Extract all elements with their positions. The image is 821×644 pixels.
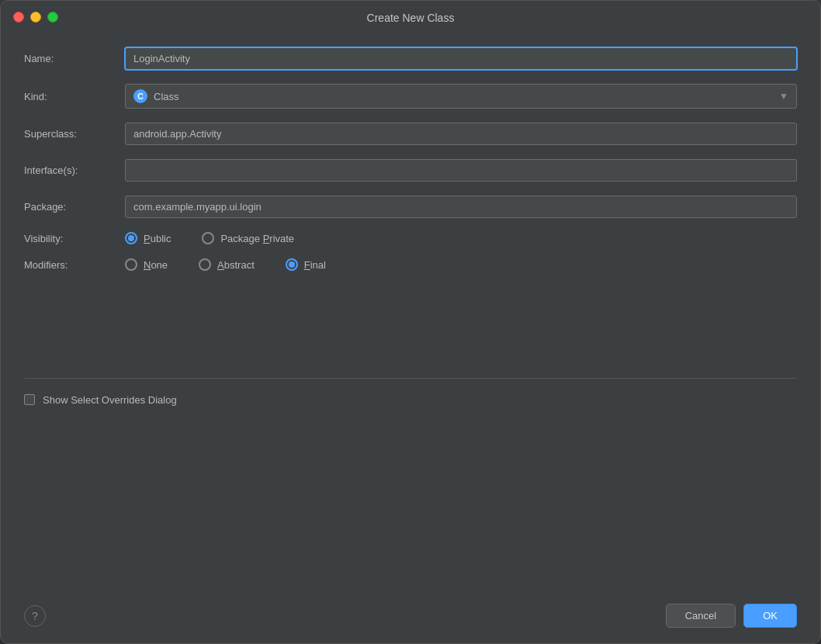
visibility-public-radio[interactable] (125, 232, 137, 244)
kind-value-text: Class (154, 91, 179, 102)
dialog-title: Create New Class (367, 12, 455, 24)
kind-label: Kind: (24, 91, 125, 102)
class-kind-icon: C (133, 89, 147, 103)
modifiers-label: Modifiers: (24, 259, 125, 271)
name-input[interactable] (125, 47, 797, 70)
footer: ? Cancel OK (1, 591, 820, 643)
modifier-abstract-label: Abstract (217, 259, 255, 271)
show-overrides-checkbox[interactable] (24, 394, 35, 405)
superclass-row: Superclass: (24, 123, 797, 145)
minimize-button[interactable] (30, 12, 41, 23)
traffic-lights (13, 12, 58, 23)
interfaces-label: Interface(s): (24, 164, 125, 176)
visibility-package-private-option[interactable]: Package Private (202, 232, 294, 244)
name-row: Name: (24, 47, 797, 70)
show-overrides-label: Show Select Overrides Dialog (43, 394, 177, 406)
dialog-content: Name: Kind: C Class ▼ Superclass: (1, 32, 820, 591)
superclass-label: Superclass: (24, 128, 125, 140)
visibility-package-private-label: Package Private (220, 233, 294, 244)
visibility-row: Visibility: Public Package Private (24, 232, 797, 244)
modifier-final-label: Final (304, 259, 326, 271)
close-button[interactable] (13, 12, 24, 23)
modifier-abstract-radio[interactable] (199, 258, 211, 271)
ok-button[interactable]: OK (743, 604, 797, 628)
interfaces-input[interactable] (125, 159, 797, 182)
kind-row: Kind: C Class ▼ (24, 84, 797, 109)
help-button[interactable]: ? (24, 605, 46, 627)
modifiers-row: Modifiers: None Abstract Final (24, 258, 797, 271)
modifier-abstract-option[interactable]: Abstract (199, 258, 255, 271)
modifier-none-option[interactable]: None (125, 258, 168, 271)
footer-buttons: Cancel OK (666, 604, 797, 628)
visibility-public-label: Public (144, 233, 171, 244)
create-new-class-dialog: Create New Class Name: Kind: C Class ▼ (0, 0, 821, 644)
visibility-radio-group: Public Package Private (125, 232, 294, 244)
modifier-final-option[interactable]: Final (286, 258, 326, 271)
kind-select-wrapper: C Class ▼ (125, 84, 797, 109)
interfaces-row: Interface(s): (24, 159, 797, 182)
kind-select[interactable]: C Class ▼ (125, 84, 797, 109)
superclass-input[interactable] (125, 123, 797, 145)
cancel-button[interactable]: Cancel (666, 604, 736, 628)
kind-dropdown-arrow: ▼ (779, 91, 788, 102)
package-input[interactable] (125, 196, 797, 218)
visibility-public-option[interactable]: Public (125, 232, 171, 244)
modifier-none-label: None (144, 259, 168, 271)
visibility-package-private-radio[interactable] (202, 232, 214, 244)
modifier-none-radio[interactable] (125, 258, 137, 271)
maximize-button[interactable] (47, 12, 58, 23)
modifiers-radio-group: None Abstract Final (125, 258, 326, 271)
modifier-final-radio[interactable] (286, 258, 298, 271)
package-label: Package: (24, 201, 125, 213)
divider (24, 378, 797, 379)
name-label: Name: (24, 53, 125, 64)
checkbox-row: Show Select Overrides Dialog (24, 394, 797, 406)
package-row: Package: (24, 196, 797, 218)
visibility-label: Visibility: (24, 233, 125, 244)
title-bar: Create New Class (1, 1, 820, 32)
